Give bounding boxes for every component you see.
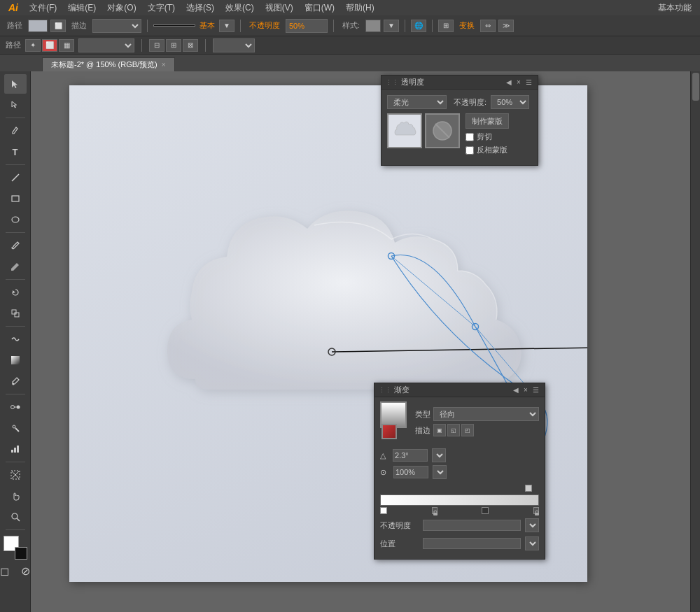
tool-rotate[interactable] [4,283,27,302]
more-btn[interactable]: ≫ [498,20,514,32]
menu-object[interactable]: 对象(O) [102,1,141,15]
tool-symbolsprayer[interactable] [4,418,27,438]
tool-hand[interactable] [4,486,27,506]
path-mode-dropdown[interactable] [78,38,134,52]
style-dropdown-btn[interactable]: ▼ [384,20,399,32]
workspace-label[interactable]: 基本功能 [652,1,697,15]
path-expand-btn[interactable]: ▦ [59,39,74,52]
transform-icon[interactable]: ⇔ [480,20,496,32]
menu-text[interactable]: 文字(T) [142,1,181,15]
toolsep-3 [6,232,25,233]
fill-mode-btn[interactable]: ◻ [0,565,15,576]
grad-top-stop[interactable] [525,485,532,492]
line-dropdown-btn[interactable]: ▼ [219,20,234,32]
transparency-panel-menu[interactable]: ☰ [524,78,533,87]
align-btn-1[interactable]: ⊟ [149,39,164,52]
mask-thumbnail[interactable] [425,113,460,148]
angle-dropdown[interactable]: ▼ [432,448,446,462]
gradient-panel-header[interactable]: ⋮⋮ 渐变 ◀ × ☰ [374,383,545,397]
tool-select[interactable] [4,74,27,94]
tool-blend[interactable] [4,397,27,417]
gradient-panel-collapse[interactable]: ◀ [511,385,521,395]
tool-slice[interactable] [4,465,27,485]
grad-position-dropdown[interactable]: ▼ [525,536,539,550]
grad-opacity-label: 不透明度 [380,520,419,531]
background-color[interactable] [15,547,27,560]
tool-pencil[interactable] [4,257,27,276]
svg-point-7 [10,406,14,409]
tool-eyedropper[interactable] [4,371,27,391]
tool-type[interactable]: T [4,142,27,162]
menu-effect[interactable]: 效果(C) [220,1,260,15]
blend-mode-dropdown[interactable]: 柔光 [387,95,447,109]
opacity-dropdown[interactable]: 50% [491,95,529,109]
menu-window[interactable]: 窗口(W) [299,1,340,15]
tool-ellipse[interactable] [4,210,27,229]
no-fill-btn[interactable]: ⊘ [16,565,31,576]
stroke-icon[interactable]: ⬜ [50,20,66,32]
svg-rect-3 [12,310,16,314]
menu-edit[interactable]: 编辑(E) [62,1,102,15]
toolsep-4 [6,279,25,280]
arrange-btn[interactable]: ⊞ [438,20,454,32]
menu-file[interactable]: 文件(F) [24,1,62,15]
gradient-panel-menu[interactable]: ☰ [531,385,540,395]
tab-close-btn[interactable]: × [162,61,166,69]
grad-stop-right[interactable] [482,507,489,514]
scrollbar-thumb[interactable] [692,73,699,101]
transparency-panel-collapse[interactable]: ◀ [504,78,514,87]
grad-opacity-slider[interactable] [423,520,521,531]
path-combine-btn[interactable]: ⬜ [42,39,57,52]
align-btn-3[interactable]: ⊠ [183,39,198,52]
grad-position-slider[interactable] [423,538,521,549]
right-scrollbar[interactable] [690,71,700,612]
clip-checkbox-label: 剪切 [465,131,509,142]
transparency-panel-close[interactable]: × [514,78,524,87]
gradient-bar[interactable] [380,494,539,506]
clip-checkbox[interactable] [465,133,474,141]
grad-stroke-btn-3[interactable]: ◰ [461,424,474,436]
grad-stroke-btn-1[interactable]: ▣ [433,424,446,436]
grad-stop-left[interactable] [380,507,387,514]
menu-select[interactable]: 选择(S) [181,1,220,15]
menu-help[interactable]: 帮助(H) [340,1,380,15]
transparency-panel-header[interactable]: ⋮⋮ 透明度 ◀ × ☰ [382,76,538,90]
aspect-input[interactable] [393,466,428,478]
layer-thumbnail[interactable] [387,113,422,148]
pathbar-sep [141,39,142,52]
tool-brush[interactable] [4,236,27,255]
tool-zoom[interactable] [4,507,27,527]
fill-color-box[interactable] [28,20,48,32]
gradient-panel-close[interactable]: × [521,385,531,395]
angle-icon: △ [380,451,386,460]
menu-view[interactable]: 视图(V) [260,1,299,15]
tool-gradient[interactable] [4,350,27,370]
align-btn-2[interactable]: ⊞ [166,39,181,52]
make-mask-button[interactable]: 制作蒙版 [465,113,509,129]
invert-checkbox[interactable] [465,146,474,155]
globe-btn[interactable]: 🌐 [411,20,426,32]
doc-tab[interactable]: 未标题-2* @ 150% (RGB/预览) × [42,57,175,71]
tool-line[interactable] [4,168,27,187]
gradient-stroke-swatch[interactable] [382,424,397,439]
grad-stroke-btn-2[interactable]: ◱ [447,424,460,436]
toolsep-6 [6,394,25,394]
tool-scale[interactable] [4,304,27,323]
type-label: 类型 [415,409,430,420]
toolbar-sep-2 [240,20,241,32]
pathbar-mode-select[interactable] [213,38,255,52]
tool-direct-select[interactable] [4,95,27,115]
tool-column-graph[interactable] [4,439,27,459]
tool-rect[interactable] [4,189,27,208]
stroke-dropdown[interactable] [92,19,141,33]
path-new-btn[interactable]: ✦ [25,39,41,52]
aspect-dropdown[interactable]: ▼ [433,465,447,479]
gradient-type-dropdown[interactable]: 径向 线性 [433,407,539,421]
tool-pen[interactable] [4,121,27,141]
tool-warp[interactable] [4,329,27,349]
style-color-box[interactable] [365,20,381,32]
svg-rect-4 [15,313,19,317]
angle-input[interactable] [393,449,428,462]
opacity-input[interactable] [286,19,328,33]
grad-opacity-dropdown[interactable]: ▼ [525,518,539,532]
